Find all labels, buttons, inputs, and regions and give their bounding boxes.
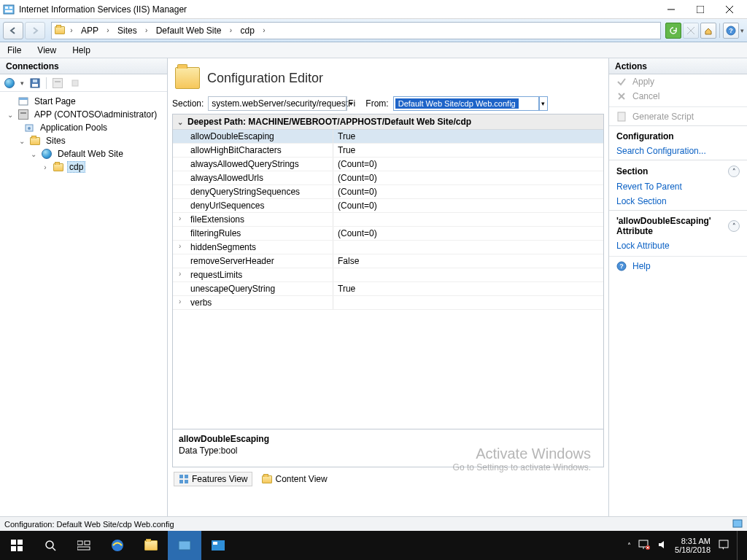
minimize-button[interactable] — [657, 0, 686, 19]
forward-button[interactable] — [25, 22, 45, 39]
tab-features-view[interactable]: Features View — [174, 472, 252, 486]
collapse-icon[interactable]: ⌄ — [6, 111, 15, 119]
address-bar[interactable]: › APP › Sites › Default Web Site › cdp › — [51, 22, 661, 39]
property-row[interactable]: allowDoubleEscapingTrue — [173, 130, 603, 144]
close-button[interactable] — [715, 0, 744, 19]
tray-up-icon[interactable]: ˄ — [627, 542, 631, 550]
collapse-icon[interactable]: ⌄ — [29, 150, 38, 158]
stop-button[interactable] — [683, 23, 699, 39]
search-button[interactable] — [34, 531, 67, 560]
tree-app-pools[interactable]: Application Pools — [1, 121, 166, 134]
save-icon[interactable] — [28, 77, 42, 90]
up-icon[interactable] — [51, 77, 64, 90]
property-value[interactable]: (Count=0) — [333, 199, 603, 212]
action-lock-attribute[interactable]: Lock Attribute — [609, 238, 747, 253]
property-value[interactable]: True — [333, 144, 603, 157]
section-combo[interactable]: system.webServer/security/requestFi ▾ — [208, 96, 355, 111]
collapse-icon[interactable]: ⌄ — [18, 137, 26, 145]
volume-icon[interactable] — [657, 540, 667, 552]
collapse-icon[interactable]: ⌄ — [177, 118, 183, 126]
tab-content-view[interactable]: Content View — [257, 472, 332, 486]
dropdown-icon[interactable]: ▾ — [20, 79, 24, 87]
stop-icon[interactable] — [69, 77, 82, 90]
property-row[interactable]: denyQueryStringSequences(Count=0) — [173, 185, 603, 199]
svg-rect-42 — [213, 542, 217, 545]
chevron-right-icon[interactable]: › — [104, 26, 112, 34]
taskbar-iis[interactable] — [168, 531, 201, 560]
expand-icon[interactable]: › — [41, 163, 50, 171]
chevron-right-icon[interactable]: › — [143, 26, 150, 34]
collapse-icon[interactable]: ˄ — [728, 220, 740, 232]
chevron-right-icon[interactable]: › — [68, 26, 75, 34]
property-value[interactable] — [333, 268, 603, 281]
tree-server[interactable]: ⌄ APP (CONTOSO\administrator) — [1, 108, 166, 121]
show-desktop[interactable] — [737, 531, 741, 560]
property-value[interactable] — [333, 213, 603, 226]
property-row[interactable]: requestLimits — [173, 268, 603, 282]
property-value[interactable]: (Count=0) — [333, 171, 603, 184]
start-button[interactable] — [0, 531, 34, 560]
connect-icon[interactable] — [3, 77, 16, 90]
property-row[interactable]: alwaysAllowedQueryStrings(Count=0) — [173, 158, 603, 171]
address-segment[interactable]: APP — [78, 23, 101, 38]
globe-icon — [41, 148, 53, 160]
home-button[interactable] — [700, 23, 716, 39]
property-row[interactable]: denyUrlSequences(Count=0) — [173, 199, 603, 213]
property-row[interactable]: unescapeQueryStringTrue — [173, 282, 603, 296]
property-row[interactable]: allowHighBitCharactersTrue — [173, 144, 603, 158]
taskbar-explorer[interactable] — [134, 531, 168, 560]
action-search-configuration[interactable]: Search Configuration... — [609, 144, 747, 158]
collapse-icon[interactable]: ˄ — [728, 166, 740, 177]
dropdown-icon[interactable]: ▾ — [347, 96, 355, 111]
property-row[interactable]: removeServerHeaderFalse — [173, 254, 603, 268]
address-segment[interactable]: Default Web Site — [153, 23, 225, 38]
propgrid-header[interactable]: ⌄ Deepest Path: MACHINE/WEBROOT/APPHOST/… — [173, 114, 603, 130]
back-button[interactable] — [3, 22, 23, 39]
tree-label: cdp — [67, 161, 85, 173]
action-lock-section[interactable]: Lock Section — [609, 194, 747, 209]
address-segment[interactable]: cdp — [238, 23, 258, 38]
property-value[interactable]: False — [333, 254, 603, 268]
clock[interactable]: 8:31 AM 5/18/2018 — [675, 537, 711, 554]
menu-view[interactable]: View — [34, 44, 59, 57]
dropdown-icon[interactable]: ▾ — [740, 27, 744, 34]
property-value[interactable]: (Count=0) — [333, 158, 603, 171]
dropdown-icon[interactable]: ▾ — [539, 96, 548, 111]
task-view-button[interactable] — [67, 531, 101, 560]
property-value[interactable]: (Count=0) — [333, 227, 603, 240]
svg-rect-40 — [179, 541, 190, 550]
tree-label: Sites — [44, 135, 68, 147]
tree-start-page[interactable]: Start Page — [1, 95, 166, 108]
property-row[interactable]: verbs — [173, 296, 603, 310]
property-value[interactable]: True — [333, 282, 603, 295]
help-button[interactable]: ? — [723, 23, 739, 39]
tree-default-site[interactable]: ⌄ Default Web Site — [1, 147, 166, 160]
action-help[interactable]: ? Help — [609, 256, 747, 273]
taskbar-ie[interactable] — [101, 531, 134, 560]
maximize-button[interactable] — [686, 0, 715, 19]
property-value[interactable]: True — [333, 130, 603, 143]
refresh-button[interactable] — [665, 23, 681, 39]
tree-sites[interactable]: ⌄ Sites — [1, 134, 166, 147]
property-value[interactable] — [333, 296, 603, 309]
property-row[interactable]: alwaysAllowedUrls(Count=0) — [173, 171, 603, 185]
address-segment[interactable]: Sites — [115, 23, 140, 38]
menu-file[interactable]: File — [4, 44, 24, 57]
property-row[interactable]: fileExtensions — [173, 213, 603, 227]
action-revert-to-parent[interactable]: Revert To Parent — [609, 179, 747, 194]
svg-rect-17 — [19, 98, 28, 100]
menu-help[interactable]: Help — [69, 44, 93, 57]
notifications-icon[interactable] — [718, 539, 729, 553]
property-value[interactable] — [333, 241, 603, 254]
svg-rect-5 — [697, 6, 704, 13]
property-row[interactable]: filteringRules(Count=0) — [173, 227, 603, 241]
tree-cdp[interactable]: › cdp — [1, 160, 166, 174]
taskbar-app[interactable] — [201, 531, 235, 560]
property-value[interactable]: (Count=0) — [333, 185, 603, 198]
chevron-right-icon[interactable]: › — [228, 26, 235, 34]
chevron-right-icon[interactable]: › — [260, 26, 268, 34]
property-row[interactable]: hiddenSegments — [173, 241, 603, 254]
network-icon[interactable] — [638, 540, 650, 552]
group-title: Section ˄ — [609, 163, 747, 179]
from-combo[interactable]: Default Web Site/cdp Web.config ▾ — [393, 96, 548, 111]
